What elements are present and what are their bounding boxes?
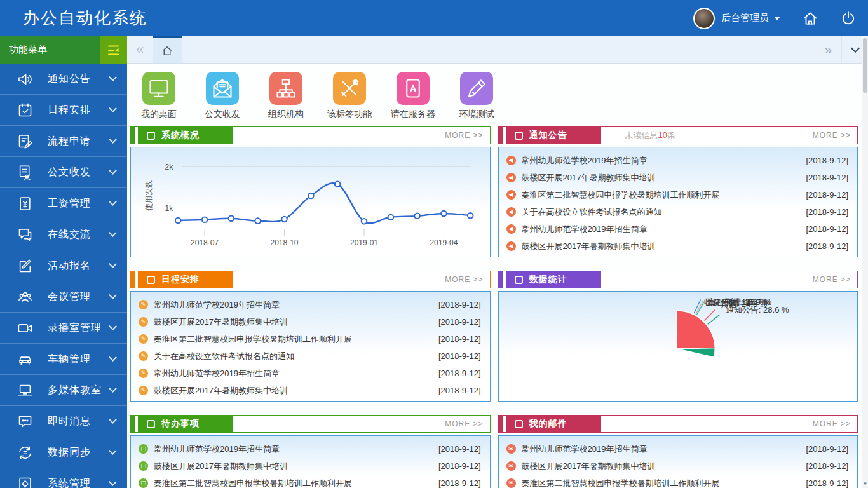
tabs-scroll-left-icon[interactable]: « <box>127 36 153 63</box>
chevron-down-icon <box>109 353 117 362</box>
panel-header: 系统概况 MORE >> <box>130 126 491 144</box>
list-item-text[interactable]: 秦淮区第二批智慧校园申报学校暑期培训工作顺利开展 <box>154 334 438 345</box>
unread-prefix: 未读信息 <box>625 130 658 140</box>
list-item[interactable]: ◀ 秦淮区第二批智慧校园申报学校暑期培训工作顺利开展 [2018-9-12] <box>506 186 849 203</box>
power-icon[interactable] <box>840 10 857 27</box>
sidebar-item-salary[interactable]: 工资管理 <box>0 188 127 219</box>
shortcut-row: 我的桌面 公文收发 组织机构 该标签功能 请在服务器 环境测试 <box>127 64 859 120</box>
vertical-scrollbar[interactable]: ▼ <box>862 36 868 488</box>
list-item-text[interactable]: 常州幼儿师范学校2019年招生简章 <box>154 444 438 455</box>
sidebar-item-chat[interactable]: 在线交流 <box>0 219 127 250</box>
list-item-icon: ✎ <box>139 386 148 395</box>
tab-home[interactable] <box>153 36 182 63</box>
list-item-text[interactable]: 秦淮区第二批智慧校园申报学校暑期培训工作顺利开展 <box>522 478 806 488</box>
panel-accent-stripe <box>131 416 135 432</box>
list-item-text[interactable]: 关于在高校设立软件考试报名点的通知 <box>522 207 806 218</box>
list-item-text[interactable]: 常州幼儿师范学校2019年招生简章 <box>522 444 806 455</box>
panel-more-link[interactable]: MORE >> <box>813 131 857 140</box>
sidebar-item-meeting[interactable]: 会议管理 <box>0 281 127 313</box>
flow-icon <box>17 133 34 150</box>
desktop-shortcut[interactable]: 组织机构 <box>262 72 310 120</box>
list-item[interactable]: □ 常州幼儿师范学校2019年招生简章 [2018-9-12] <box>139 440 481 458</box>
sidebar-item-docs[interactable]: 公文收发 <box>0 157 127 188</box>
sidebar-item-label: 流程申请 <box>48 135 110 148</box>
desktop-shortcut[interactable]: 该标签功能 <box>325 72 374 120</box>
sidebar-item-label: 多媒体教室 <box>48 384 110 397</box>
list-item-icon: ◀ <box>506 241 516 251</box>
list-item[interactable]: ✉ 鼓楼区开展2017年暑期教师集中培训 [2018-9-12] <box>506 458 849 475</box>
list-item[interactable]: ◀ 常州幼儿师范学校2019年招生简章 [2018-9-12] <box>506 152 849 169</box>
list-item[interactable]: ✎ 常州幼儿师范学校2019年招生简章 [2018-9-12] <box>139 365 481 382</box>
panel-body: 1k2k使用次数2018-072018-102019-012019-04 <box>130 147 491 257</box>
pen-icon[interactable] <box>460 72 493 105</box>
chevron-down-icon <box>109 229 117 237</box>
desktop-shortcut[interactable]: 公文收发 <box>198 72 247 120</box>
list-item-text[interactable]: 关于在高校设立软件考试报名点的通知 <box>154 351 438 362</box>
sidebar-item-message[interactable]: 即时消息 <box>0 406 127 437</box>
list-item-text[interactable]: 常州幼儿师范学校2019年招生简章 <box>522 155 806 166</box>
monitor-icon[interactable] <box>142 72 175 105</box>
dashboard-content: 我的桌面 公文收发 组织机构 该标签功能 请在服务器 环境测试 系统概况 <box>127 64 868 488</box>
panel-accent-stripe <box>131 271 135 288</box>
tools-icon[interactable] <box>333 72 366 105</box>
mailopen-icon[interactable] <box>206 72 239 105</box>
list-item-text[interactable]: 鼓楼区开展2017年暑期教师集中培训 <box>522 461 806 472</box>
list-item[interactable]: ✉ 秦淮区第二批智慧校园申报学校暑期培训工作顺利开展 [2018-9-12] <box>506 475 849 488</box>
sidebar-toggle-button[interactable] <box>100 36 127 64</box>
scrollbar-thumb[interactable] <box>863 38 867 93</box>
sidebar-item-gear[interactable]: 系统管理 <box>0 468 127 488</box>
sitemap-icon[interactable] <box>269 72 302 105</box>
panel-more-link[interactable]: MORE >> <box>813 419 857 428</box>
scrollbar-down-arrow-icon[interactable]: ▼ <box>862 481 868 487</box>
sidebar-item-flow[interactable]: 流程申请 <box>0 126 127 157</box>
list-item-text[interactable]: 常州幼儿师范学校2019年招生简章 <box>154 368 438 379</box>
list-item[interactable]: □ 鼓楼区开展2017年暑期教师集中培训 [2018-9-12] <box>139 458 481 475</box>
list-item[interactable]: ✎ 鼓楼区开展2017年暑期教师集中培训 [2018-9-12] <box>139 382 481 399</box>
list-item-text[interactable]: 秦淮区第二批智慧校园申报学校暑期培训工作顺利开展 <box>154 478 438 488</box>
list-item-text[interactable]: 鼓楼区开展2017年暑期教师集中培训 <box>154 316 438 328</box>
panel-more-link[interactable]: MORE >> <box>445 275 489 284</box>
user-avatar[interactable] <box>693 8 715 29</box>
list-item-text[interactable]: 鼓楼区开展2017年暑期教师集中培训 <box>154 385 438 396</box>
panel-more-link[interactable]: MORE >> <box>445 131 489 140</box>
desktop-shortcut[interactable]: 我的桌面 <box>135 72 183 120</box>
list-item-text[interactable]: 常州幼儿师范学校2019年招生简章 <box>154 299 438 311</box>
home-icon[interactable] <box>802 10 818 27</box>
list-item[interactable]: □ 秦淮区第二批智慧校园申报学校暑期培训工作顺利开展 [2018-9-12] <box>139 475 481 488</box>
tabs-scroll-right-icon[interactable]: » <box>815 36 841 63</box>
desktop-shortcut[interactable]: 环境测试 <box>452 72 501 120</box>
app-frame: 功能菜单 通知公告 日程安排 流程申请 公文收发 工资管理 在线交流 <box>0 36 868 488</box>
list-item-text[interactable]: 常州幼儿师范学校2019年招生简章 <box>522 224 806 235</box>
panel-more-link[interactable]: MORE >> <box>445 419 489 428</box>
sidebar-item-signup[interactable]: 活动报名 <box>0 250 127 281</box>
list-item-text[interactable]: 鼓楼区开展2017年暑期教师集中培训 <box>154 461 438 472</box>
svg-text:2019-04: 2019-04 <box>430 238 458 247</box>
panel-header: 通知公告 未读信息10条 MORE >> <box>498 126 858 144</box>
list-item[interactable]: ◀ 鼓楼区开展2017年暑期教师集中培训 [2018-9-12] <box>506 238 849 255</box>
user-menu-caret-icon[interactable] <box>774 17 780 20</box>
list-item-text[interactable]: 秦淮区第二批智慧校园申报学校暑期培训工作顺利开展 <box>522 189 806 201</box>
sidebar-item-calendar[interactable]: 日程安排 <box>0 95 127 126</box>
list-item-text[interactable]: 鼓楼区开展2017年暑期教师集中培训 <box>522 241 806 252</box>
panel-more-link[interactable]: MORE >> <box>813 275 857 284</box>
sidebar-item-laptop[interactable]: 多媒体教室 <box>0 375 127 406</box>
list-item[interactable]: ✎ 常州幼儿师范学校2019年招生简章 [2018-9-12] <box>139 296 481 313</box>
tabletA-icon[interactable] <box>397 72 430 105</box>
sidebar-item-video[interactable]: 录播室管理 <box>0 313 127 344</box>
list-item-icon: □ <box>139 478 148 488</box>
list-item[interactable]: ◀ 关于在高校设立软件考试报名点的通知 [2018-9-12] <box>506 203 849 220</box>
sidebar-item-speaker[interactable]: 通知公告 <box>0 64 127 95</box>
username-label[interactable]: 后台管理员 <box>721 12 769 24</box>
list-item[interactable]: ◀ 鼓楼区开展2017年暑期教师集中培训 [2018-9-12] <box>506 169 849 186</box>
chevron-down-icon <box>109 291 117 299</box>
list-item-text[interactable]: 鼓楼区开展2017年暑期教师集中培训 <box>522 172 806 184</box>
desktop-shortcut[interactable]: 请在服务器 <box>389 72 437 120</box>
list-item[interactable]: ✎ 鼓楼区开展2017年暑期教师集中培训 [2018-9-12] <box>139 313 481 330</box>
sidebar-item-car[interactable]: 车辆管理 <box>0 344 127 375</box>
sidebar-item-sync[interactable]: 数据同步 <box>0 437 127 468</box>
list-item[interactable]: ✎ 关于在高校设立软件考试报名点的通知 [2018-9-12] <box>139 348 481 365</box>
list-item[interactable]: ◀ 常州幼儿师范学校2019年招生简章 [2018-9-12] <box>506 220 849 238</box>
list-item[interactable]: ✎ 秦淮区第二批智慧校园申报学校暑期培训工作顺利开展 [2018-9-12] <box>139 330 481 348</box>
list-item[interactable]: ✉ 常州幼儿师范学校2019年招生简章 [2018-9-12] <box>506 440 849 458</box>
video-icon <box>17 320 34 337</box>
